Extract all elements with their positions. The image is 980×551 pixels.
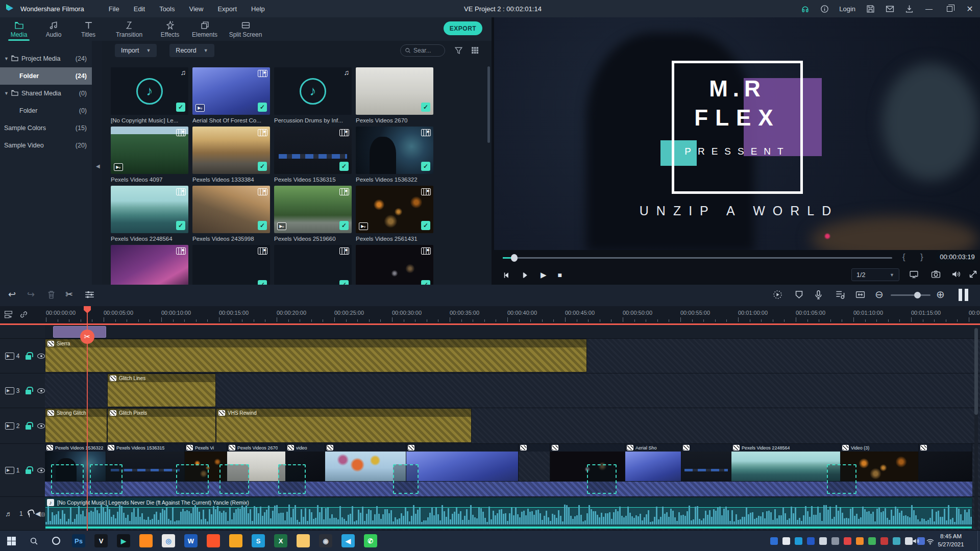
zoom-in-icon[interactable]: ⊕ bbox=[936, 289, 945, 299]
transition-overlay[interactable] bbox=[393, 464, 419, 494]
tray-icon[interactable] bbox=[844, 537, 851, 545]
track-content[interactable]: Glitch Lines bbox=[45, 373, 980, 408]
login-button[interactable]: Login bbox=[834, 5, 861, 13]
video-clip-segment[interactable] bbox=[681, 444, 731, 481]
track-content[interactable]: ♪[No Copyright Music] Legends Never Die … bbox=[45, 497, 980, 530]
marker-icon[interactable] bbox=[794, 290, 804, 302]
show-desktop-button[interactable] bbox=[977, 531, 980, 551]
track-mute-icon[interactable]: ◀))) bbox=[35, 510, 45, 517]
seek-handle[interactable] bbox=[511, 254, 518, 262]
timeline-clip[interactable]: Sierra bbox=[45, 339, 587, 372]
lock-icon[interactable] bbox=[26, 355, 31, 360]
timeline-scrollbar[interactable] bbox=[974, 328, 978, 527]
lock-icon[interactable] bbox=[26, 469, 31, 474]
video-clip-segment[interactable] bbox=[519, 444, 550, 481]
expand-arrow-icon[interactable]: ▼ bbox=[4, 56, 11, 61]
taskbar-app-chrome[interactable]: ◎ bbox=[157, 531, 180, 551]
tab-titles[interactable]: Titles bbox=[72, 21, 104, 41]
track-visibility-icon[interactable] bbox=[37, 388, 45, 393]
delete-icon[interactable] bbox=[46, 290, 56, 302]
media-item[interactable]: ✓ bbox=[356, 245, 433, 285]
track-content[interactable]: Strong GlitchGlitch PixelsVHS Rewind bbox=[45, 408, 980, 443]
media-item[interactable]: ▶ₚ✓Aerial Shot Of Forest Co... bbox=[192, 67, 270, 127]
timeline-clip[interactable]: Glitch Pixels bbox=[107, 408, 216, 443]
taskbar-clock[interactable]: 8:45 AM 5/27/2021 bbox=[931, 533, 971, 548]
restore-button[interactable] bbox=[939, 0, 960, 17]
media-item[interactable]: ✓ bbox=[274, 245, 352, 285]
audio-mixer-icon[interactable] bbox=[835, 290, 845, 302]
support-headset-icon[interactable] bbox=[795, 0, 815, 17]
track-content[interactable]: Pexels Videos 1536322Pexels Videos 15363… bbox=[45, 444, 980, 496]
taskbar-app-app-v[interactable]: V bbox=[90, 531, 112, 551]
taskbar-app-telegram[interactable]: ◀ bbox=[337, 531, 359, 551]
manage-tracks-icon[interactable] bbox=[4, 310, 13, 321]
tab-split-screen[interactable]: Split Screen bbox=[224, 21, 267, 41]
split-scissors-icon[interactable]: ✂ bbox=[65, 289, 73, 299]
taskbar-app-excel[interactable]: X bbox=[270, 531, 292, 551]
track-header[interactable]: 4 bbox=[0, 339, 45, 373]
next-frame-button[interactable] bbox=[522, 271, 529, 279]
audio-clip[interactable]: ♪[No Copyright Music] Legends Never Die … bbox=[45, 497, 972, 529]
mail-icon[interactable] bbox=[880, 0, 899, 17]
taskbar-app-brave[interactable] bbox=[202, 531, 225, 551]
menu-help[interactable]: Help bbox=[244, 5, 272, 13]
menu-edit[interactable]: Edit bbox=[127, 5, 152, 13]
tray-icon[interactable] bbox=[880, 537, 888, 545]
media-item[interactable] bbox=[111, 245, 188, 285]
sidebar-item-shared-media[interactable]: ▼Shared Media(0) bbox=[0, 85, 92, 102]
menu-view[interactable]: View bbox=[182, 5, 210, 13]
track-header[interactable]: 2 bbox=[0, 408, 45, 443]
timeline-ruler[interactable]: 00:00:00:0000:00:05:0000:00:10:0000:00:1… bbox=[0, 306, 980, 325]
panel-collapse-icon[interactable]: ◀ bbox=[96, 163, 100, 169]
media-item[interactable]: ✓Pexels Videos 2670 bbox=[356, 67, 433, 127]
tray-icon[interactable] bbox=[770, 537, 778, 545]
track-header[interactable]: 1 bbox=[0, 444, 45, 496]
timeline-clip[interactable]: Glitch Lines bbox=[107, 373, 216, 407]
link-clips-icon[interactable] bbox=[19, 310, 28, 321]
render-preview-icon[interactable] bbox=[773, 290, 782, 302]
tray-icon[interactable] bbox=[868, 537, 876, 545]
voiceover-mic-icon[interactable] bbox=[814, 290, 823, 302]
media-item[interactable]: ✓Pexels Videos 1333384 bbox=[192, 127, 270, 186]
media-item[interactable]: ▶ₚ✓Pexels Videos 2519660 bbox=[274, 186, 352, 245]
sidebar-item-folder[interactable]: Folder(24) bbox=[0, 67, 92, 85]
timeline-zoom-slider[interactable] bbox=[891, 294, 930, 296]
media-item[interactable]: ✓Pexels Videos 1536315 bbox=[274, 127, 352, 186]
tray-icon[interactable] bbox=[905, 537, 913, 545]
play-button[interactable]: ▶ bbox=[541, 270, 547, 280]
track-visibility-icon[interactable] bbox=[37, 354, 45, 359]
video-clip-segment[interactable] bbox=[919, 444, 972, 481]
undo-icon[interactable]: ↩ bbox=[8, 289, 16, 299]
tray-icon[interactable] bbox=[807, 537, 815, 545]
zoom-out-icon[interactable]: ⊖ bbox=[875, 289, 884, 299]
transition-overlay[interactable] bbox=[176, 464, 209, 494]
tray-icon[interactable] bbox=[782, 537, 790, 545]
sidebar-item-project-media[interactable]: ▼Project Media(24) bbox=[0, 50, 92, 67]
download-icon[interactable] bbox=[899, 0, 919, 17]
filter-icon[interactable] bbox=[454, 46, 463, 57]
title-clip[interactable] bbox=[53, 326, 106, 338]
transition-overlay[interactable] bbox=[278, 464, 306, 494]
tray-icon[interactable] bbox=[893, 537, 900, 545]
sidebar-item-sample-video[interactable]: Sample Video(20) bbox=[0, 137, 92, 154]
transition-overlay[interactable] bbox=[51, 464, 84, 494]
tab-media[interactable]: Media bbox=[3, 21, 35, 41]
media-scrollbar[interactable] bbox=[487, 66, 490, 281]
video-clip-segment[interactable]: Aerial Sho bbox=[625, 444, 681, 481]
tray-icon[interactable] bbox=[819, 537, 827, 545]
start-button[interactable] bbox=[0, 531, 22, 551]
track-visibility-icon[interactable] bbox=[37, 423, 45, 429]
preview-video[interactable]: M.R FLEX PRESSENT UNZIP A WORLD bbox=[494, 17, 980, 250]
media-item[interactable]: ✓Pexels Videos 2248564 bbox=[111, 186, 188, 245]
info-icon[interactable] bbox=[815, 0, 834, 17]
sidebar-item-folder[interactable]: Folder(0) bbox=[0, 102, 92, 119]
track-visibility-icon[interactable] bbox=[37, 468, 45, 473]
import-dropdown[interactable]: Import▼ bbox=[115, 44, 157, 57]
tab-elements[interactable]: Elements bbox=[189, 21, 220, 41]
export-button[interactable]: EXPORT bbox=[444, 21, 482, 35]
taskbar-app-obs[interactable]: ◉ bbox=[314, 531, 337, 551]
media-item[interactable]: ♫✓[No Copyright Music] Le... bbox=[111, 67, 188, 127]
display-device-icon[interactable] bbox=[909, 269, 919, 281]
taskbar-app-word[interactable]: W bbox=[180, 531, 202, 551]
taskbar-app-filmora[interactable]: ▶ bbox=[112, 531, 135, 551]
